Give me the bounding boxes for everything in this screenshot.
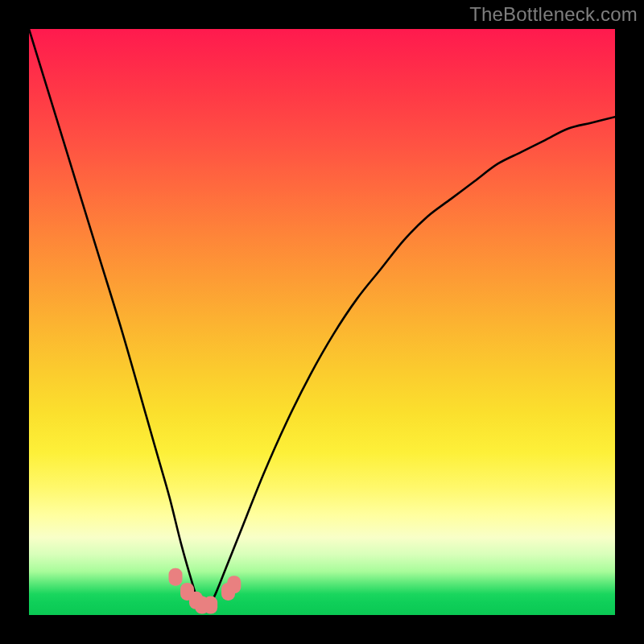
watermark-text: TheBottleneck.com [469, 3, 638, 26]
plot-area [29, 29, 615, 615]
marker-point [169, 568, 183, 586]
marker-layer [29, 29, 615, 615]
marker-point [227, 576, 241, 593]
marker-group [169, 568, 242, 614]
chart-container: TheBottleneck.com [0, 0, 644, 644]
marker-point [204, 597, 217, 614]
